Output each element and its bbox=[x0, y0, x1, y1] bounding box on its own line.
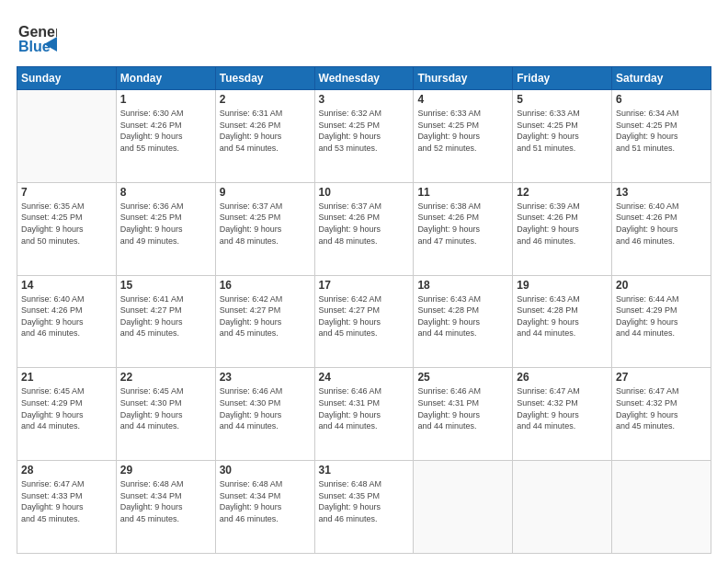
day-info: Sunrise: 6:42 AMSunset: 4:27 PMDaylight:… bbox=[319, 293, 410, 339]
calendar-cell: 21Sunrise: 6:45 AMSunset: 4:29 PMDayligh… bbox=[17, 368, 117, 461]
day-number: 3 bbox=[319, 93, 410, 106]
day-number: 28 bbox=[21, 464, 112, 477]
svg-text:Blue: Blue bbox=[18, 39, 51, 54]
calendar-cell: 30Sunrise: 6:48 AMSunset: 4:34 PMDayligh… bbox=[215, 461, 314, 554]
day-info: Sunrise: 6:40 AMSunset: 4:26 PMDaylight:… bbox=[21, 293, 112, 339]
day-info: Sunrise: 6:44 AMSunset: 4:29 PMDaylight:… bbox=[616, 293, 707, 339]
day-number: 30 bbox=[220, 464, 311, 477]
calendar-cell: 20Sunrise: 6:44 AMSunset: 4:29 PMDayligh… bbox=[612, 275, 711, 368]
day-number: 4 bbox=[417, 93, 508, 106]
calendar-cell: 12Sunrise: 6:39 AMSunset: 4:26 PMDayligh… bbox=[513, 182, 612, 275]
day-info: Sunrise: 6:40 AMSunset: 4:26 PMDaylight:… bbox=[616, 201, 707, 247]
calendar-cell: 19Sunrise: 6:43 AMSunset: 4:28 PMDayligh… bbox=[513, 275, 612, 368]
day-info: Sunrise: 6:47 AMSunset: 4:33 PMDaylight:… bbox=[21, 478, 112, 524]
calendar-cell: 1Sunrise: 6:30 AMSunset: 4:26 PMDaylight… bbox=[116, 90, 215, 183]
day-info: Sunrise: 6:36 AMSunset: 4:25 PMDaylight:… bbox=[120, 201, 211, 247]
day-info: Sunrise: 6:37 AMSunset: 4:25 PMDaylight:… bbox=[220, 201, 311, 247]
day-info: Sunrise: 6:48 AMSunset: 4:34 PMDaylight:… bbox=[220, 478, 311, 524]
day-info: Sunrise: 6:32 AMSunset: 4:25 PMDaylight:… bbox=[319, 108, 410, 154]
dow-thursday: Thursday bbox=[414, 67, 513, 90]
calendar-cell: 28Sunrise: 6:47 AMSunset: 4:33 PMDayligh… bbox=[17, 461, 117, 554]
calendar-cell: 16Sunrise: 6:42 AMSunset: 4:27 PMDayligh… bbox=[215, 275, 314, 368]
day-info: Sunrise: 6:46 AMSunset: 4:31 PMDaylight:… bbox=[319, 385, 410, 431]
day-info: Sunrise: 6:30 AMSunset: 4:26 PMDaylight:… bbox=[120, 108, 211, 154]
calendar-cell: 26Sunrise: 6:47 AMSunset: 4:32 PMDayligh… bbox=[513, 368, 612, 461]
calendar-cell: 7Sunrise: 6:35 AMSunset: 4:25 PMDaylight… bbox=[17, 182, 117, 275]
calendar-cell bbox=[17, 90, 117, 183]
day-number: 8 bbox=[120, 186, 211, 199]
day-info: Sunrise: 6:45 AMSunset: 4:29 PMDaylight:… bbox=[21, 385, 112, 431]
day-info: Sunrise: 6:48 AMSunset: 4:34 PMDaylight:… bbox=[120, 478, 211, 524]
calendar-cell: 13Sunrise: 6:40 AMSunset: 4:26 PMDayligh… bbox=[612, 182, 711, 275]
day-number: 9 bbox=[220, 186, 311, 199]
day-number: 23 bbox=[220, 371, 311, 384]
day-info: Sunrise: 6:45 AMSunset: 4:30 PMDaylight:… bbox=[120, 385, 211, 431]
day-number: 2 bbox=[220, 93, 311, 106]
day-info: Sunrise: 6:41 AMSunset: 4:27 PMDaylight:… bbox=[120, 293, 211, 339]
day-number: 22 bbox=[120, 371, 211, 384]
day-number: 20 bbox=[616, 279, 707, 292]
calendar-cell: 5Sunrise: 6:33 AMSunset: 4:25 PMDaylight… bbox=[513, 90, 612, 183]
day-number: 5 bbox=[517, 93, 608, 106]
calendar-cell bbox=[513, 461, 612, 554]
day-info: Sunrise: 6:39 AMSunset: 4:26 PMDaylight:… bbox=[517, 201, 608, 247]
day-info: Sunrise: 6:47 AMSunset: 4:32 PMDaylight:… bbox=[517, 385, 608, 431]
day-info: Sunrise: 6:43 AMSunset: 4:28 PMDaylight:… bbox=[417, 293, 508, 339]
day-number: 12 bbox=[517, 186, 608, 199]
day-number: 29 bbox=[120, 464, 211, 477]
dow-tuesday: Tuesday bbox=[215, 67, 314, 90]
calendar-cell: 8Sunrise: 6:36 AMSunset: 4:25 PMDaylight… bbox=[116, 182, 215, 275]
day-number: 13 bbox=[616, 186, 707, 199]
dow-saturday: Saturday bbox=[612, 67, 711, 90]
day-info: Sunrise: 6:34 AMSunset: 4:25 PMDaylight:… bbox=[616, 108, 707, 154]
day-number: 18 bbox=[417, 279, 508, 292]
day-info: Sunrise: 6:48 AMSunset: 4:35 PMDaylight:… bbox=[319, 478, 410, 524]
calendar-cell: 25Sunrise: 6:46 AMSunset: 4:31 PMDayligh… bbox=[414, 368, 513, 461]
day-number: 14 bbox=[21, 279, 112, 292]
dow-sunday: Sunday bbox=[17, 67, 117, 90]
calendar-cell: 24Sunrise: 6:46 AMSunset: 4:31 PMDayligh… bbox=[314, 368, 414, 461]
calendar-cell: 23Sunrise: 6:46 AMSunset: 4:30 PMDayligh… bbox=[215, 368, 314, 461]
calendar-table: SundayMondayTuesdayWednesdayThursdayFrid… bbox=[17, 66, 711, 554]
calendar-cell: 9Sunrise: 6:37 AMSunset: 4:25 PMDaylight… bbox=[215, 182, 314, 275]
calendar-cell: 22Sunrise: 6:45 AMSunset: 4:30 PMDayligh… bbox=[116, 368, 215, 461]
calendar-cell: 18Sunrise: 6:43 AMSunset: 4:28 PMDayligh… bbox=[414, 275, 513, 368]
day-number: 10 bbox=[319, 186, 410, 199]
calendar-cell: 29Sunrise: 6:48 AMSunset: 4:34 PMDayligh… bbox=[116, 461, 215, 554]
calendar-cell: 31Sunrise: 6:48 AMSunset: 4:35 PMDayligh… bbox=[314, 461, 414, 554]
calendar-cell: 2Sunrise: 6:31 AMSunset: 4:26 PMDaylight… bbox=[215, 90, 314, 183]
day-info: Sunrise: 6:31 AMSunset: 4:26 PMDaylight:… bbox=[220, 108, 311, 154]
day-number: 19 bbox=[517, 279, 608, 292]
day-number: 21 bbox=[21, 371, 112, 384]
calendar-cell: 27Sunrise: 6:47 AMSunset: 4:32 PMDayligh… bbox=[612, 368, 711, 461]
day-number: 24 bbox=[319, 371, 410, 384]
day-info: Sunrise: 6:47 AMSunset: 4:32 PMDaylight:… bbox=[616, 385, 707, 431]
day-info: Sunrise: 6:38 AMSunset: 4:26 PMDaylight:… bbox=[417, 201, 508, 247]
day-number: 26 bbox=[517, 371, 608, 384]
calendar-cell: 17Sunrise: 6:42 AMSunset: 4:27 PMDayligh… bbox=[314, 275, 414, 368]
day-number: 27 bbox=[616, 371, 707, 384]
dow-wednesday: Wednesday bbox=[314, 67, 414, 90]
header: General Blue bbox=[17, 17, 711, 57]
calendar-cell: 6Sunrise: 6:34 AMSunset: 4:25 PMDaylight… bbox=[612, 90, 711, 183]
page: General Blue SundayMondayTuesdayWednesda… bbox=[0, 0, 728, 563]
dow-friday: Friday bbox=[513, 67, 612, 90]
day-info: Sunrise: 6:37 AMSunset: 4:26 PMDaylight:… bbox=[319, 201, 410, 247]
calendar-cell: 14Sunrise: 6:40 AMSunset: 4:26 PMDayligh… bbox=[17, 275, 117, 368]
calendar-cell: 15Sunrise: 6:41 AMSunset: 4:27 PMDayligh… bbox=[116, 275, 215, 368]
day-number: 17 bbox=[319, 279, 410, 292]
day-info: Sunrise: 6:46 AMSunset: 4:31 PMDaylight:… bbox=[417, 385, 508, 431]
logo-icon: General Blue bbox=[17, 17, 57, 57]
calendar-cell: 3Sunrise: 6:32 AMSunset: 4:25 PMDaylight… bbox=[314, 90, 414, 183]
calendar-cell bbox=[612, 461, 711, 554]
day-number: 31 bbox=[319, 464, 410, 477]
day-number: 7 bbox=[21, 186, 112, 199]
day-number: 16 bbox=[220, 279, 311, 292]
day-info: Sunrise: 6:33 AMSunset: 4:25 PMDaylight:… bbox=[517, 108, 608, 154]
day-info: Sunrise: 6:46 AMSunset: 4:30 PMDaylight:… bbox=[220, 385, 311, 431]
dow-monday: Monday bbox=[116, 67, 215, 90]
day-number: 25 bbox=[417, 371, 508, 384]
day-info: Sunrise: 6:42 AMSunset: 4:27 PMDaylight:… bbox=[220, 293, 311, 339]
logo: General Blue bbox=[17, 17, 57, 57]
svg-text:General: General bbox=[18, 24, 57, 40]
